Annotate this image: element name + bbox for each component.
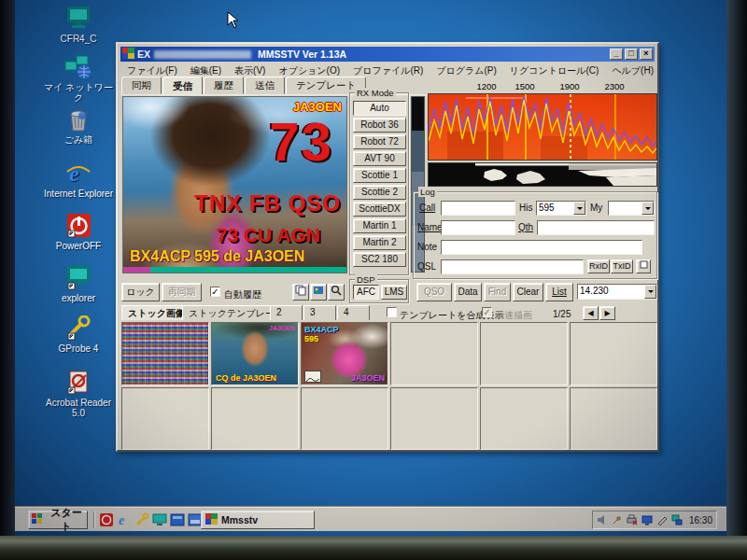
page-prev-button[interactable]: ◀ xyxy=(583,306,599,320)
tab-history[interactable]: 履歴 xyxy=(204,77,244,94)
menu-profile[interactable]: プロファイル(R) xyxy=(347,64,429,77)
tab-receive[interactable]: 受信 xyxy=(162,77,203,95)
tab-stock-template-4[interactable]: 4 xyxy=(337,305,370,320)
call-input[interactable] xyxy=(441,201,515,216)
stock-thumbnail-empty[interactable] xyxy=(211,387,299,451)
rx-mode-scottie1[interactable]: Scottie 1 xyxy=(353,168,406,183)
find-button[interactable]: Find xyxy=(484,283,511,301)
menu-program[interactable]: プログラム(P) xyxy=(430,64,502,77)
rxid-button[interactable]: RxID xyxy=(587,259,610,273)
quicklaunch-poweroff-icon[interactable] xyxy=(99,512,115,527)
stock-thumbnail-empty[interactable] xyxy=(480,322,568,385)
desktop-icon-explorer[interactable]: explorer xyxy=(41,265,116,303)
quicklaunch-gprobe-icon[interactable] xyxy=(134,512,150,527)
quicklaunch-app1-icon[interactable] xyxy=(170,512,186,527)
spectrum-display[interactable] xyxy=(428,93,657,161)
rx-mode-martin2[interactable]: Martin 2 xyxy=(353,235,406,250)
menu-view[interactable]: 表示(V) xyxy=(229,64,271,77)
mouse-cursor xyxy=(227,11,240,34)
stock-thumbnail-noise[interactable] xyxy=(121,322,209,385)
magnifier-button[interactable] xyxy=(328,284,345,301)
desktop-icon-my-network[interactable]: マイ ネットワーク xyxy=(41,54,116,103)
quicklaunch-ie-icon[interactable]: e xyxy=(117,512,133,527)
rx-mode-scottiedx[interactable]: ScottieDX xyxy=(353,202,406,217)
data-button[interactable]: Data xyxy=(454,283,482,301)
lms-button[interactable]: LMS xyxy=(381,285,407,300)
auto-history-checkbox[interactable]: ✓ xyxy=(210,287,220,297)
tab-stock-template-2[interactable]: 2 xyxy=(270,305,303,320)
tray-pen-icon[interactable] xyxy=(656,514,668,525)
stock-thumbnail-empty[interactable] xyxy=(570,322,657,385)
minimize-button[interactable]: _ xyxy=(610,49,623,60)
stock-thumbnail-empty[interactable] xyxy=(121,387,209,451)
tray-network-icon[interactable] xyxy=(671,514,683,525)
menu-edit[interactable]: 編集(E) xyxy=(185,64,227,77)
tab-transmit[interactable]: 送信 xyxy=(245,77,285,94)
note-input[interactable] xyxy=(441,240,642,255)
qso-button[interactable]: QSO xyxy=(416,283,452,301)
menu-rig-control[interactable]: リグコントロール(C) xyxy=(504,64,605,77)
taskbar-mmsstv-button[interactable]: Mmsstv xyxy=(201,511,315,529)
name-input[interactable] xyxy=(441,220,515,235)
tab-stock-images[interactable]: ストック画像 xyxy=(121,305,191,320)
chevron-down-icon[interactable] xyxy=(573,202,585,215)
frequency-combo[interactable]: 14.230 xyxy=(577,284,657,300)
menu-help[interactable]: ヘルプ(H) xyxy=(606,64,659,77)
desktop-icon-label: CFR4_C xyxy=(41,34,116,44)
composite-template-checkbox[interactable] xyxy=(387,307,397,317)
tab-stock-template-3[interactable]: 3 xyxy=(303,305,336,320)
rx-mode-martin1[interactable]: Martin 1 xyxy=(353,218,406,233)
chevron-down-icon[interactable] xyxy=(644,285,656,299)
resync-button[interactable]: 再同期 xyxy=(162,283,202,301)
clear-button[interactable]: Clear xyxy=(513,283,543,301)
rx-mode-sc2180[interactable]: SC2 180 xyxy=(353,252,406,267)
stock-thumbnail-empty[interactable] xyxy=(301,387,388,451)
rx-mode-group: RX Mode Auto Robot 36 Robot 72 AVT 90 Sc… xyxy=(349,92,409,275)
page-next-button[interactable]: ▶ xyxy=(599,306,615,320)
txid-button[interactable]: TxID xyxy=(611,259,633,273)
tray-display-icon[interactable] xyxy=(641,514,653,525)
waterfall-display xyxy=(428,162,657,187)
stock-thumbnail-empty[interactable] xyxy=(480,387,568,451)
desktop-icon-cfr4c[interactable]: CFR4_C xyxy=(41,6,116,44)
quicklaunch-display-icon[interactable] xyxy=(152,512,168,527)
stock-thumbnail-empty[interactable] xyxy=(390,322,478,385)
menu-file[interactable]: ファイル(F) xyxy=(121,64,183,77)
rx-mode-auto[interactable]: Auto xyxy=(353,101,406,116)
desktop-icon-recycle-bin[interactable]: ごみ箱 xyxy=(41,106,116,145)
maximize-button[interactable]: □ xyxy=(625,49,638,60)
afc-button[interactable]: AFC xyxy=(353,285,379,300)
tray-volume-icon[interactable] xyxy=(597,514,608,525)
desktop-icon-internet-explorer[interactable]: e Internet Explorer xyxy=(41,161,116,199)
chevron-down-icon[interactable] xyxy=(641,202,654,215)
fast-draw-checkbox[interactable]: ✓ xyxy=(482,307,492,317)
stock-thumbnail-empty[interactable] xyxy=(570,387,657,451)
title-bar[interactable]: EX MMSSTV Ver 1.13A _ □ × xyxy=(120,47,655,62)
menu-option[interactable]: オプション(O) xyxy=(273,64,345,77)
desktop-icon-gprobe[interactable]: GProbe 4 xyxy=(41,315,116,354)
image-button[interactable] xyxy=(310,284,327,301)
lock-button[interactable]: ロック xyxy=(121,283,160,301)
stock-thumbnail-empty[interactable] xyxy=(390,387,478,451)
my-combo[interactable] xyxy=(608,201,655,216)
stock-thumbnail-cq[interactable]: JA3OEN CQ de JA3OEN xyxy=(211,322,299,385)
rx-mode-robot72[interactable]: Robot 72 xyxy=(353,134,406,149)
tray-printer-error-icon[interactable] xyxy=(627,514,638,525)
copy-image-button[interactable] xyxy=(292,284,309,301)
qsl-input[interactable] xyxy=(441,259,584,274)
desktop-icon-acrobat[interactable]: Acrobat Reader 5.0 xyxy=(41,370,116,418)
rx-mode-scottie2[interactable]: Scottie 2 xyxy=(353,185,406,200)
tray-plug-icon[interactable] xyxy=(612,514,623,525)
pic-option-button[interactable] xyxy=(636,259,651,273)
received-sstv-image[interactable]: JA3OEN 73 TNX FB QSO 73 CU AGN BX4ACP 59… xyxy=(122,96,347,273)
close-button[interactable]: × xyxy=(640,49,653,60)
desktop-icon-poweroff[interactable]: PowerOFF xyxy=(41,213,116,251)
start-button[interactable]: スタート xyxy=(28,511,88,529)
rx-mode-avt90[interactable]: AVT 90 xyxy=(353,151,406,166)
qth-input[interactable] xyxy=(537,220,655,235)
tab-sync[interactable]: 同期 xyxy=(121,77,162,94)
list-button[interactable]: List xyxy=(545,283,573,301)
rx-mode-robot36[interactable]: Robot 36 xyxy=(353,118,406,133)
stock-thumbnail-bx4acp[interactable]: BX4ACP 595 JA3OEN xyxy=(301,322,388,385)
his-combo[interactable]: 595 xyxy=(536,201,586,216)
